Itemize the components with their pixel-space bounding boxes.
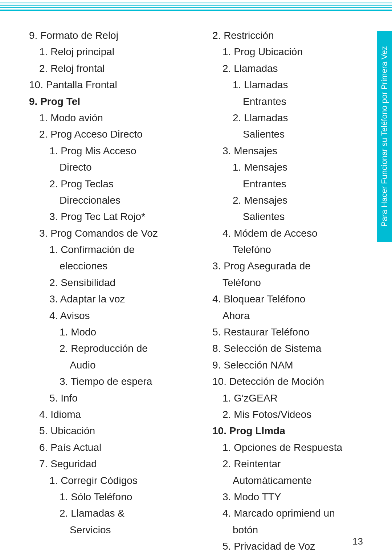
list-item: 3. Mensajes [212,143,377,159]
list-item: 3. Adaptar la voz [29,291,194,307]
list-item: 2. Mensajes [212,192,377,208]
list-item: 4. Bloquear Teléfono [212,291,377,307]
list-item: 2. Reproducción de [29,341,194,356]
list-item: Direccionales [29,192,194,208]
list-item: 2. Mis Fotos/Videos [212,407,377,422]
side-tab-text: Para Hacer Funcionar su Teléfono por Pri… [379,46,390,227]
list-item: Automáticamente [212,473,377,488]
list-item: 2. Reintentar [212,456,377,472]
list-item: 4. Idioma [29,407,194,422]
list-item: 7. Seguridad [29,456,194,472]
list-item: 1. Corregir Códigos [29,473,194,488]
list-item: Ahora [212,308,377,323]
list-item: 1. Prog Mis Acceso [29,143,194,159]
list-item: 2. Llamadas [212,110,377,126]
list-item: 1. G'zGEAR [212,390,377,406]
list-item: 2. Llamadas [212,61,377,76]
list-item: 2. Sensibilidad [29,275,194,290]
list-item: 5. Restaurar Teléfono [212,324,377,340]
list-item: 2. Reloj frontal [29,61,194,76]
header-line-6 [0,10,392,11]
list-item: 3. Prog Asegurada de [212,258,377,274]
list-item: 4. Módem de Acceso [212,225,377,241]
header-line-2 [0,4,392,5]
list-item: botón [212,522,377,538]
page-content: 9. Formato de Reloj1. Reloj principal2. … [0,13,392,558]
header-line-4 [0,7,392,8]
list-item: Entrantes [212,176,377,192]
list-item: 2. Prog Teclas [29,176,194,192]
left-column: 9. Formato de Reloj1. Reloj principal2. … [29,28,201,543]
header-line-5 [0,9,392,10]
list-item: 1. Reloj principal [29,44,194,60]
list-item: 2. Restricción [212,28,377,43]
list-item: 5. Ubicación [29,423,194,439]
list-item: Directo [29,159,194,175]
list-item: 10. Prog LImda [212,423,377,439]
list-item: 9. Formato de Reloj [29,28,194,43]
header-line-1 [0,2,392,3]
list-item: 8. Selección de Sistema [212,341,377,356]
header-line-3 [0,5,392,6]
list-item: 5. Info [29,390,194,406]
list-item: 1. Modo avión [29,110,194,126]
list-item: Salientes [212,209,377,224]
list-item: 1. Prog Ubicación [212,44,377,60]
list-item: 4. Marcado oprimiend un [212,505,377,521]
list-item: 3. Prog Tec Lat Rojo* [29,209,194,224]
header-decoration [0,0,392,13]
list-item: 1. Llamadas [212,77,377,93]
list-item: 6. País Actual [29,440,194,455]
list-item: Telefóno [212,242,377,257]
list-item: 10. Pantalla Frontal [29,77,194,93]
list-item: 2. Prog Acceso Directo [29,126,194,142]
list-item: elecciones [29,258,194,274]
list-item: 1. Sólo Teléfono [29,489,194,505]
list-item: 9. Selección NAM [212,357,377,373]
list-item: 2. Llamadas & [29,505,194,521]
list-item: 3. Prog Comandos de Voz [29,225,194,241]
right-column: 2. Restricción1. Prog Ubicación2. Llamad… [209,28,377,543]
list-item: Entrantes [212,94,377,109]
list-item: 1. Modo [29,324,194,340]
list-item: 1. Mensajes [212,159,377,175]
list-item: 3. Modo TTY [212,489,377,505]
main-area: 9. Formato de Reloj1. Reloj principal2. … [0,13,392,558]
list-item: Servicios [29,522,194,538]
list-item: 10. Detección de Moción [212,374,377,389]
list-item: 9. Prog Tel [29,94,194,109]
list-item: 3. Tiempo de espera [29,374,194,389]
list-item: Audio [29,357,194,373]
list-item: Salientes [212,126,377,142]
list-item: 1. Confirmación de [29,242,194,257]
page-number: 13 [352,536,363,547]
side-tab: Para Hacer Funcionar su Teléfono por Pri… [377,31,392,242]
list-item: 1. Opciones de Respuesta [212,440,377,455]
list-item: 4. Avisos [29,308,194,323]
list-item: Teléfono [212,275,377,290]
